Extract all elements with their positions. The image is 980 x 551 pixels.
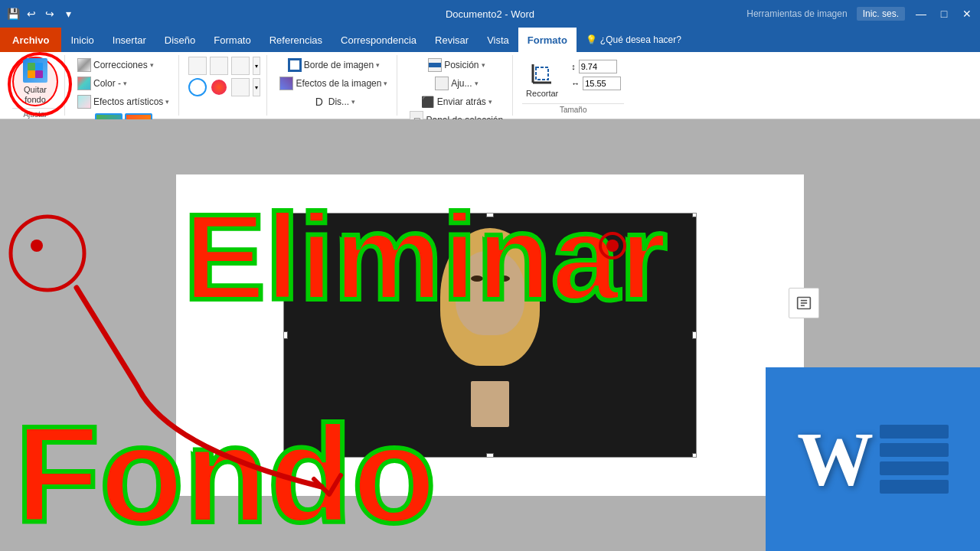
title-bar: 💾 ↩ ↪ ▾ Documento2 - Word Herramientas d… [0,0,980,28]
efectos-img-icon [279,77,293,90]
width-input[interactable] [583,77,621,90]
person-portrait [413,228,567,442]
height-input[interactable] [579,60,617,73]
posicion-arrow: ▾ [482,61,485,69]
word-lines-group [880,425,949,494]
quitar-fondo-label: Quitarfondo [24,85,47,105]
handle-bc[interactable] [486,453,494,458]
circle-btn-2[interactable] [210,78,228,96]
menu-correspondencia[interactable]: Correspondencia [332,28,426,52]
width-row: ↔ [571,77,621,90]
menu-bar: Archivo Inicio Insertar Diseño Formato R… [0,28,980,52]
ajuste-txt-arrow: ▾ [475,80,479,87]
svg-rect-2 [28,70,35,78]
right-panel-tool[interactable] [789,288,819,318]
svg-rect-6 [536,67,548,80]
recortar-label: Recortar [526,89,558,98]
handle-br[interactable] [692,453,697,458]
width-icon: ↔ [571,79,580,88]
shape-expand-1[interactable]: ▾ [253,57,260,75]
menu-referencias[interactable]: Referencias [260,28,332,52]
svg-rect-1 [35,63,43,70]
correcciones-arrow: ▾ [150,61,154,69]
efectos-artisticos-button[interactable]: Efectos artísticos ▾ [74,93,172,110]
word-logo-inner: W [797,421,949,497]
doc-area: Eliminar Fondo [0,119,980,551]
handle-tl[interactable] [283,213,288,217]
recortar-icon [528,60,556,87]
ajuste-txt-icon [435,77,449,90]
posicion-label: Posición [444,60,479,70]
ribbon-group-tools: ▾ ▾ [182,55,267,116]
menu-insertar[interactable]: Insertar [103,28,155,52]
shape-btn-1[interactable] [188,57,207,75]
handle-tc[interactable] [486,213,494,217]
title-bar-left: 💾 ↩ ↪ ▾ [6,7,75,21]
help-button[interactable]: 💡 ¿Qué desea hacer? [577,28,691,52]
menu-inicio[interactable]: Inicio [61,28,103,52]
help-label: ¿Qué desea hacer? [600,34,681,45]
word-line-2 [880,443,949,457]
color-button[interactable]: Color - ▾ [74,75,172,92]
posicion-button[interactable]: Posición ▾ [425,57,488,73]
circle-btn-1[interactable] [188,78,207,96]
handle-mr[interactable] [692,331,697,339]
menu-formato-img[interactable]: Formato [518,28,577,52]
ajuste-diseno-button[interactable]: D Dis... ▾ [309,93,358,110]
menu-formato-doc[interactable]: Formato [204,28,260,52]
shape-btn-3[interactable] [231,57,250,75]
shape-btn-2[interactable] [210,57,228,75]
enviar-atras-button[interactable]: ⬛ Enviar atrás ▾ [418,93,495,110]
handle-bl[interactable] [283,453,288,458]
measure-group: ↕ ↔ [568,57,624,93]
menu-vista[interactable]: Vista [478,28,518,52]
ribbon: Quitarfondo Ajustar Correcciones ▾ Color… [0,52,980,119]
window-maximize-icon[interactable]: □ [937,7,951,21]
ribbon-group-tamaño: Recortar ↕ ↔ Tamaño [516,55,630,116]
window-close-icon[interactable]: ✕ [960,7,974,21]
person-image[interactable] [283,213,697,458]
color-icon [77,77,91,90]
borde-arrow: ▾ [376,61,380,69]
window-minimize-icon[interactable]: — [914,7,928,21]
enviar-atras-label: Enviar atrás [437,96,486,107]
efectos-img-arrow: ▾ [384,80,387,87]
redo-icon[interactable]: ↪ [43,7,57,21]
ajuste-icon: D [312,95,326,109]
shape-expand-2[interactable]: ▾ [253,78,260,96]
efectos-arrow: ▾ [165,98,169,106]
document-title: Documento2 - Word [446,8,534,20]
ribbon-group-quitar: Quitarfondo Ajustar [6,55,65,116]
handle-ml[interactable] [283,331,288,339]
enviar-atras-icon: ⬛ [421,95,435,109]
ajuste-texto-button[interactable]: Aju... ▾ [432,75,481,92]
face-element [456,251,524,335]
save-icon[interactable]: 💾 [6,7,20,21]
shape-btn-4[interactable] [231,78,250,96]
ajuste-label: Dis... [328,96,349,107]
ribbon-col-left: Correcciones ▾ Color - ▾ Efectos artísti… [74,57,172,110]
undo-icon[interactable]: ↩ [24,7,38,21]
word-w-letter: W [797,421,874,497]
menu-archivo[interactable]: Archivo [0,28,61,52]
word-line-4 [880,480,949,494]
menu-diseño[interactable]: Diseño [155,28,204,52]
correcciones-button[interactable]: Correcciones ▾ [74,57,172,73]
quitar-fondo-button[interactable]: Quitarfondo [12,57,58,106]
customize-icon[interactable]: ▾ [61,7,75,21]
handle-tr[interactable] [692,213,697,217]
ribbon-group-ajuste: Correcciones ▾ Color - ▾ Efectos artísti… [68,55,179,116]
herramientas-label: Herramientas de imagen [746,8,847,19]
efectos-label: Efectos artísticos [93,96,163,107]
efectos-imagen-button[interactable]: Efectos de la imagen ▾ [276,75,390,92]
word-logo: W [766,367,980,551]
height-row: ↕ [571,60,621,73]
menu-revisar[interactable]: Revisar [426,28,478,52]
title-bar-right: Herramientas de imagen Inic. ses. — □ ✕ [746,7,974,21]
height-icon: ↕ [571,62,576,71]
color-arrow: ▾ [123,80,127,87]
inic-ses-button[interactable]: Inic. ses. [857,7,905,21]
recortar-button[interactable]: Recortar [522,57,562,101]
borde-imagen-button[interactable]: Borde de imagen ▾ [285,57,383,73]
correcciones-label: Correcciones [93,60,148,70]
